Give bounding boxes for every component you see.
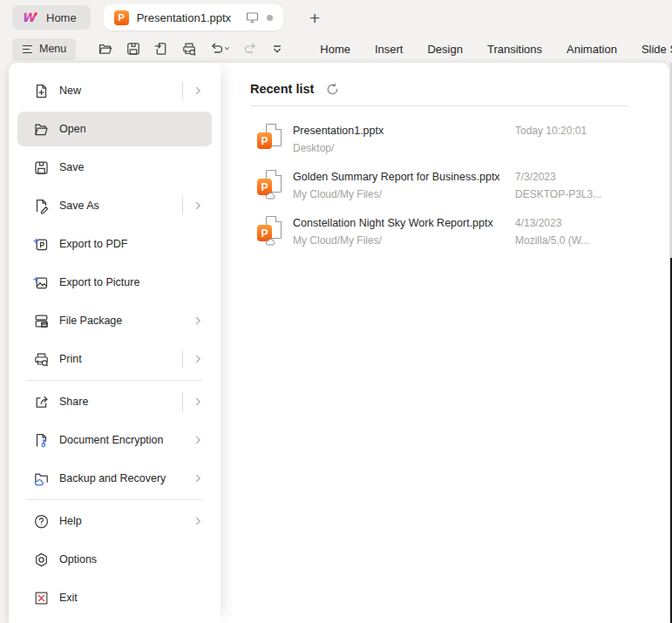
chevron-right-icon[interactable] <box>191 352 205 366</box>
recent-file-row[interactable]: P Golden Summary Report for Business.ppt… <box>250 163 669 209</box>
tab-design[interactable]: Design <box>415 43 474 56</box>
sidebar-item-label: Export to PDF <box>59 238 205 250</box>
recent-file-path: My Cloud/My Files/ <box>293 233 515 248</box>
sidebar-item-label: Exit <box>59 592 205 604</box>
save-as-icon <box>33 198 50 214</box>
sidebar-item-label: New <box>59 85 182 97</box>
floppy-icon <box>128 44 139 54</box>
ribbon-tabs: Home Insert Design Transitions Animation… <box>308 43 672 56</box>
sidebar-item-export-to-picture[interactable]: Export to Picture <box>17 265 212 300</box>
sidebar-group-divider <box>26 380 203 381</box>
chevron-right-icon[interactable] <box>191 199 205 213</box>
tab-slide-show[interactable]: Slide Show <box>629 43 672 56</box>
cloud-sync-icon <box>265 192 277 200</box>
sidebar-item-print[interactable]: Print <box>17 342 212 376</box>
tab-insert[interactable]: Insert <box>363 43 416 56</box>
sidebar-item-label: Save As <box>59 200 182 212</box>
recent-list-divider <box>250 105 628 106</box>
undo-dropdown-caret <box>226 48 229 50</box>
refresh-button[interactable] <box>324 81 341 98</box>
sidebar-item-label: Export to Picture <box>59 276 205 288</box>
wps-presentation-window: { "titlebar": { "home_label": "Home", "d… <box>0 0 672 623</box>
backup-recovery-icon <box>33 471 50 487</box>
tab-home[interactable]: Home <box>308 43 363 56</box>
sidebar-item-exit[interactable]: Exit <box>17 580 212 615</box>
help-icon <box>33 513 50 530</box>
recent-file-meta: Today 10:20:01 <box>515 124 587 140</box>
sidebar-item-file-package[interactable]: File Package <box>17 303 212 338</box>
file-package-icon <box>33 313 50 329</box>
chevron-right-icon[interactable] <box>191 471 205 485</box>
tab-transitions[interactable]: Transitions <box>475 43 554 56</box>
file-menu-sidebar: New Open Save <box>9 63 221 623</box>
menu-button[interactable]: Menu <box>12 38 76 60</box>
document-tab[interactable]: P Presentation1.pptx <box>104 4 283 30</box>
home-tab-button[interactable]: W Home <box>12 5 91 30</box>
new-tab-button[interactable]: + <box>304 7 325 29</box>
print-preview-button[interactable] <box>175 37 203 60</box>
recent-file-meta: 7/3/2023 DESKTOP-P3L3... <box>515 170 601 202</box>
sidebar-item-options[interactable]: Options <box>17 542 212 577</box>
save-button[interactable] <box>119 37 147 60</box>
pptx-cloud-document-icon: P <box>257 216 282 245</box>
exit-icon <box>33 590 50 606</box>
chevron-right-icon[interactable] <box>191 514 205 528</box>
recent-list-panel: Recent list P Presentation1.pptx Desktop… <box>221 63 669 623</box>
sidebar-item-export-to-pdf[interactable]: Export to PDF <box>17 227 212 261</box>
tab-status-dot <box>267 15 273 21</box>
recent-file-name: Constellation Night Sky Work Report.pptx <box>293 216 515 231</box>
open-file-button[interactable] <box>92 37 119 60</box>
recent-file-source: DESKTOP-P3L3... <box>515 186 601 202</box>
sidebar-item-label: Share <box>59 396 182 408</box>
file-menu-panel: New Open Save <box>9 63 669 623</box>
sidebar-item-save[interactable]: Save <box>17 150 212 185</box>
sidebar-item-share[interactable]: Share <box>17 384 212 419</box>
undo-button[interactable] <box>203 37 236 60</box>
split-separator <box>182 350 183 368</box>
recent-file-info: Presentation1.pptx Desktop/ <box>293 124 515 156</box>
menu-button-label: Menu <box>39 43 66 55</box>
wps-logo-icon: W <box>22 10 39 24</box>
tab-animation[interactable]: Animation <box>554 43 629 56</box>
options-gear-icon <box>33 552 50 568</box>
chevron-right-icon[interactable] <box>191 433 205 447</box>
export-button[interactable] <box>147 37 175 60</box>
quick-access-icons <box>92 37 290 60</box>
pptx-document-icon: P <box>257 124 282 152</box>
sidebar-item-label: Save <box>59 161 205 173</box>
recent-file-date: 4/13/2023 <box>515 216 589 231</box>
sidebar-item-label: Open <box>59 123 205 135</box>
recent-file-info: Constellation Night Sky Work Report.pptx… <box>293 216 515 248</box>
sidebar-item-new[interactable]: New <box>17 73 212 108</box>
sidebar-item-label: Options <box>59 553 205 565</box>
recent-file-row[interactable]: P Constellation Night Sky Work Report.pp… <box>250 209 669 255</box>
chevron-right-icon[interactable] <box>191 84 205 98</box>
save-icon <box>33 159 50 176</box>
sidebar-item-open[interactable]: Open <box>17 112 212 146</box>
cloud-sync-icon <box>265 238 277 246</box>
recent-file-path: My Cloud/My Files/ <box>293 186 515 202</box>
sidebar-item-backup-and-recovery[interactable]: Backup and Recovery <box>17 461 212 496</box>
recent-file-name: Golden Summary Report for Business.pptx <box>293 170 515 185</box>
chevron-right-icon[interactable] <box>191 314 205 328</box>
open-folder-icon <box>33 121 50 138</box>
home-tab-label: Home <box>46 11 77 24</box>
sidebar-item-label: Help <box>59 515 191 527</box>
redo-button-disabled[interactable] <box>236 37 264 60</box>
quick-toolbar: Menu <box>0 35 672 63</box>
sidebar-item-save-as[interactable]: Save As <box>17 188 212 223</box>
customize-toolbar-button[interactable] <box>264 38 290 59</box>
sidebar-item-help[interactable]: Help <box>17 504 212 538</box>
export-picture-icon <box>33 274 50 291</box>
chevron-right-icon[interactable] <box>191 395 205 409</box>
recent-file-date: 7/3/2023 <box>515 170 601 185</box>
print-icon <box>33 351 50 368</box>
monitor-icon <box>246 11 259 24</box>
sidebar-item-document-encryption[interactable]: Document Encryption <box>17 423 212 457</box>
recent-file-row[interactable]: P Presentation1.pptx Desktop/ Today 10:2… <box>250 117 669 163</box>
split-separator <box>182 393 183 410</box>
recent-file-date: Today 10:20:01 <box>515 124 587 139</box>
recent-file-meta: 4/13/2023 Mozilla/5.0 (W... <box>515 216 589 248</box>
recent-file-source: Mozilla/5.0 (W... <box>515 233 589 248</box>
svg-text:W: W <box>22 10 37 24</box>
